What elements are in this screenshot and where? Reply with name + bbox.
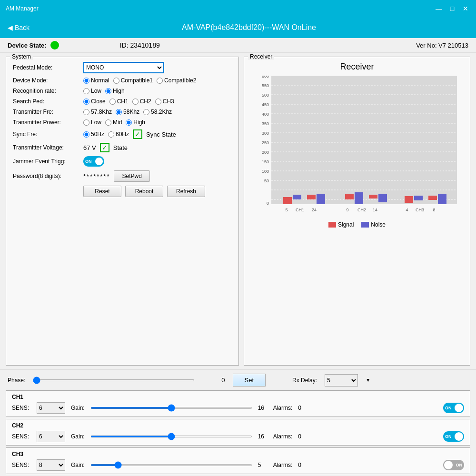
voltage-state-label: State: [113, 144, 128, 151]
power-high[interactable]: High: [126, 119, 145, 126]
bottom-bar: Phase: 0 Set Rx Delay: 1234 567 ▼: [0, 369, 476, 390]
ch3-header: CH3: [12, 451, 464, 457]
ch1-alarms-label: Alarms:: [273, 405, 293, 411]
chart-svg: 600 550 500 450 400 350 300 250 200 150 …: [249, 76, 465, 218]
signal-legend-color: [328, 222, 336, 228]
noise-legend-label: Noise: [371, 221, 386, 228]
power-low[interactable]: Low: [83, 119, 101, 126]
jammer-event-row: Jammer Event Trigg: ON: [13, 156, 232, 167]
refresh-button[interactable]: Refresh: [167, 186, 205, 197]
recognition-rate-controls: Low High: [83, 88, 125, 94]
ch3-bar1-signal: [405, 196, 413, 203]
version-number: Ver No: V7 210513: [416, 42, 468, 49]
device-mode-normal[interactable]: Normal: [83, 77, 109, 84]
ch3-bar1-noise: [414, 196, 423, 200]
ch1-gain-slider[interactable]: [90, 407, 252, 409]
ch2-gain-label: Gain:: [71, 433, 85, 440]
ch3-bar2-noise: [438, 194, 446, 204]
back-arrow-icon: ◀: [8, 24, 13, 31]
ch1-toggle[interactable]: ON: [443, 403, 464, 413]
svg-text:200: 200: [262, 150, 269, 155]
recognition-high[interactable]: High: [105, 88, 125, 94]
fre-582[interactable]: 58.2Khz: [143, 109, 172, 115]
device-id: ID: 23410189: [120, 41, 160, 49]
search-ch1[interactable]: CH1: [109, 98, 129, 105]
reset-button[interactable]: Reset: [83, 186, 121, 197]
fre-578[interactable]: 57.8Khz: [83, 109, 112, 115]
ch1-toggle-track[interactable]: ON: [443, 403, 464, 413]
recognition-low[interactable]: Low: [83, 88, 101, 94]
pedestal-mode-label: Pedestal Mode:: [13, 64, 79, 71]
svg-text:CH3: CH3: [416, 208, 424, 212]
pedestal-mode-select[interactable]: MONO STEREO QUAD: [83, 62, 164, 73]
ch2-bar1-noise: [355, 192, 363, 204]
device-bar: Device State: ID: 23410189 Ver No: V7 21…: [0, 38, 476, 53]
svg-text:24: 24: [312, 208, 317, 212]
ch1-toggle-text: ON: [445, 406, 452, 410]
chart-legend: Signal Noise: [249, 221, 465, 228]
ch3-alarms-label: Alarms:: [273, 462, 293, 468]
rx-delay-label: Rx Delay:: [292, 377, 317, 384]
ch3-gain-slider[interactable]: [90, 464, 252, 466]
pedestal-mode-row: Pedestal Mode: MONO STEREO QUAD: [13, 62, 232, 73]
svg-text:8: 8: [433, 208, 435, 212]
device-mode-compatible1[interactable]: Compatible1: [113, 77, 153, 84]
minimize-button[interactable]: —: [434, 4, 444, 13]
ch2-bar1-signal: [345, 194, 354, 199]
power-mid[interactable]: Mid: [105, 119, 122, 126]
back-label: Back: [15, 24, 30, 31]
ch3-sens-label: SENS:: [12, 462, 31, 468]
ch1-toggle-knob: [455, 404, 463, 412]
ch3-row: SENS: 12345 678910 Gain: 5 Alarms: 0 ON: [12, 459, 464, 471]
rx-delay-arrow: ▼: [366, 377, 370, 383]
ch3-toggle-track[interactable]: ON: [443, 460, 464, 470]
sync-60hz[interactable]: 60Hz: [108, 131, 129, 138]
device-mode-compatible2[interactable]: Compatible2: [157, 77, 196, 84]
ch2-header: CH2: [12, 422, 464, 429]
rx-delay-select[interactable]: 1234 567: [325, 374, 358, 387]
svg-text:250: 250: [262, 140, 269, 145]
ch3-toggle[interactable]: ON: [443, 460, 464, 470]
noise-legend-color: [361, 222, 369, 228]
transmitter-power-row: Transmitter Power: Low Mid High: [13, 119, 232, 126]
recognition-rate-row: Recognition rate: Low High: [13, 88, 232, 94]
transmitter-fre-controls: 57.8Khz 58Khz 58.2Khz: [83, 109, 172, 115]
ch2-toggle-track[interactable]: ON: [443, 431, 464, 442]
signal-legend: Signal: [328, 221, 354, 228]
ch2-section: CH2 SENS: 12345 678910 Gain: 16 Alarms: …: [6, 419, 470, 446]
ch2-toggle[interactable]: ON: [443, 431, 464, 442]
close-button[interactable]: ✕: [461, 4, 470, 13]
fre-58[interactable]: 58Khz: [116, 109, 139, 115]
jammer-event-label: Jammer Event Trigg:: [13, 158, 79, 165]
ch2-gain-slider[interactable]: [90, 436, 252, 437]
search-close[interactable]: Close: [83, 98, 106, 105]
search-ch3[interactable]: CH3: [155, 98, 174, 105]
sync-50hz[interactable]: 50Hz: [83, 131, 104, 138]
ch1-bar2-noise: [317, 194, 325, 204]
sync-state-checkbox[interactable]: ✓: [133, 129, 142, 139]
ch1-sens-select[interactable]: 12345 678910: [37, 402, 65, 414]
sync-fre-label: Sync Fre:: [13, 131, 79, 138]
ch1-bar1-signal: [283, 197, 292, 204]
ch3-sens-select[interactable]: 12345 678910: [37, 459, 65, 471]
jammer-event-controls: ON: [83, 156, 104, 167]
ch3-gain-value: 5: [258, 462, 268, 468]
setpwd-button[interactable]: SetPwd: [114, 170, 149, 182]
nav-title: AM-VAP(b4e842bddf20)---WAN OnLine: [30, 23, 468, 32]
svg-text:14: 14: [373, 208, 377, 212]
jammer-toggle[interactable]: ON: [83, 156, 104, 167]
password-label: Password(8 digits):: [13, 173, 79, 179]
maximize-button[interactable]: □: [447, 4, 457, 13]
reboot-button[interactable]: Reboot: [125, 186, 163, 197]
search-ch2[interactable]: CH2: [132, 98, 151, 105]
ch1-section: CH1 SENS: 12345 678910 Gain: 16 Alarms: …: [6, 390, 470, 417]
receiver-panel: Receiver Receiver: [244, 57, 470, 366]
ch2-sens-select[interactable]: 12345 678910: [37, 431, 65, 442]
phase-slider[interactable]: [33, 379, 195, 381]
set-button[interactable]: Set: [233, 374, 266, 387]
action-buttons-row: Reset Reboot Refresh: [13, 186, 232, 197]
transmitter-fre-row: Transmitter Fre: 57.8Khz 58Khz 58.2Khz: [13, 109, 232, 115]
ch2-gain-value: 16: [258, 433, 268, 440]
back-button[interactable]: ◀ Back: [8, 24, 30, 31]
voltage-state-checkbox[interactable]: ✓: [100, 143, 109, 152]
